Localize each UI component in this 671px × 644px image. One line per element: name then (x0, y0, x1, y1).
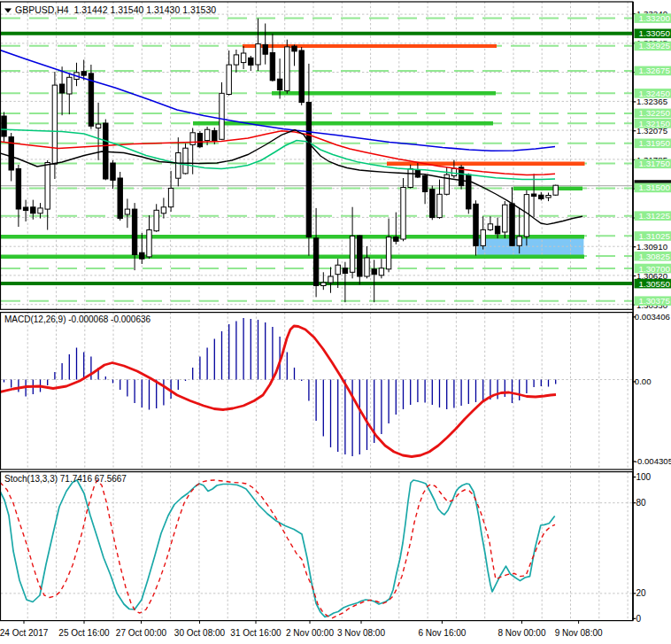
svg-text:1.32365: 1.32365 (636, 97, 667, 106)
svg-text:1.31500: 1.31500 (639, 182, 671, 192)
svg-text:20: 20 (636, 588, 647, 598)
svg-text:27 Oct 00:00: 27 Oct 00:00 (116, 628, 167, 638)
svg-text:1.32150: 1.32150 (639, 119, 671, 128)
svg-text:0: 0 (636, 614, 642, 624)
svg-text:GBPUSD,H4 1.31442 1.31540 1.3: GBPUSD,H4 1.31442 1.31540 1.31430 1.3153… (15, 4, 216, 15)
svg-text:1.30825: 1.30825 (639, 252, 671, 261)
svg-text:30 Oct 08:00: 30 Oct 08:00 (174, 628, 226, 638)
svg-text:0.003406: 0.003406 (635, 312, 670, 322)
svg-text:1.30700: 1.30700 (639, 264, 671, 274)
svg-text:1.30910: 1.30910 (636, 242, 668, 252)
svg-text:1.31750: 1.31750 (639, 159, 671, 168)
svg-text:1.33200: 1.33200 (639, 13, 671, 23)
svg-text:0.00: 0.00 (635, 376, 652, 386)
svg-text:1.32250: 1.32250 (639, 108, 671, 118)
svg-text:31 Oct 16:00: 31 Oct 16:00 (230, 628, 282, 638)
svg-text:1.32675: 1.32675 (639, 66, 671, 75)
svg-text:80: 80 (636, 498, 647, 508)
svg-text:1.31025: 1.31025 (639, 231, 671, 241)
svg-text:9 Nov 08:00: 9 Nov 08:00 (555, 628, 603, 638)
svg-text:8 Nov 00:00: 8 Nov 00:00 (498, 628, 546, 638)
svg-text:1.31950: 1.31950 (639, 138, 671, 148)
svg-text:24 Oct 2017: 24 Oct 2017 (0, 628, 49, 638)
svg-text:100: 100 (636, 472, 652, 482)
svg-text:25 Oct 16:00: 25 Oct 16:00 (58, 628, 110, 638)
svg-text:3 Nov 08:00: 3 Nov 08:00 (337, 628, 385, 638)
svg-text:MACD(12,26,9) -0.000068 -0.000: MACD(12,26,9) -0.000068 -0.000636 (4, 314, 151, 324)
svg-text:1.31225: 1.31225 (639, 211, 671, 221)
svg-text:1.33050: 1.33050 (639, 28, 671, 38)
svg-text:1.32450: 1.32450 (639, 89, 671, 98)
svg-text:Stoch(13,3,3) 71.7416 67.5667: Stoch(13,3,3) 71.7416 67.5667 (4, 474, 127, 484)
svg-text:6 Nov 16:00: 6 Nov 16:00 (418, 628, 466, 638)
svg-text:-0.004305: -0.004305 (635, 456, 671, 466)
svg-text:2 Nov 00:00: 2 Nov 00:00 (286, 628, 334, 638)
svg-text:1.32925: 1.32925 (639, 41, 671, 50)
svg-text:1.30375: 1.30375 (639, 296, 671, 306)
svg-text:1.30550: 1.30550 (639, 279, 671, 289)
